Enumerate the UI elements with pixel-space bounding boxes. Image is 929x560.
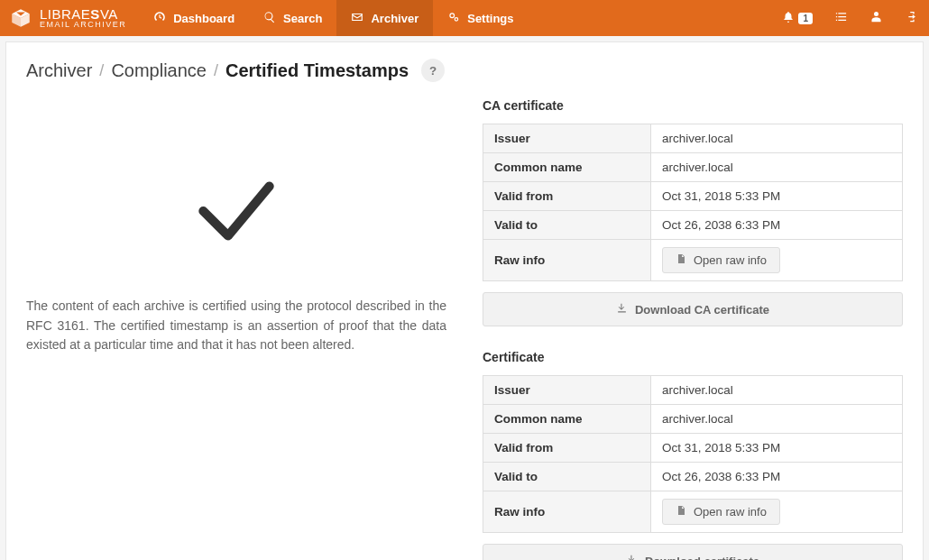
download-icon	[626, 554, 638, 560]
cert-open-raw-button[interactable]: Open raw info	[662, 499, 780, 525]
ca-table: Issuer archiver.local Common name archiv…	[483, 124, 903, 281]
download-ca-button[interactable]: Download CA certificate	[483, 292, 903, 326]
ca-from-label: Valid from	[483, 182, 651, 211]
ca-raw-label: Raw info	[483, 240, 651, 281]
user-icon	[869, 10, 883, 26]
download-icon	[616, 302, 628, 317]
crumb-archiver[interactable]: Archiver	[26, 60, 92, 81]
dashboard-icon	[153, 11, 166, 26]
nav-search-label: Search	[283, 12, 322, 25]
tasks-icon	[834, 10, 848, 26]
nav-items: Dashboard Search Archiver Settings	[139, 0, 528, 36]
ca-issuer-value: archiver.local	[651, 124, 903, 153]
file-icon	[676, 253, 686, 267]
cert-open-raw-label: Open raw info	[694, 505, 767, 519]
ca-cn-value: archiver.local	[651, 153, 903, 182]
ca-to-value: Oct 26, 2038 6:33 PM	[651, 211, 903, 240]
brand-text: LIBRAESVA EMAIL ARCHIVER	[40, 7, 126, 29]
user-button[interactable]	[859, 0, 894, 36]
crumb-compliance[interactable]: Compliance	[111, 60, 207, 81]
brand[interactable]: LIBRAESVA EMAIL ARCHIVER	[0, 0, 139, 36]
search-icon	[263, 11, 276, 26]
ca-from-value: Oct 31, 2018 5:33 PM	[651, 182, 903, 211]
cert-cn-label: Common name	[483, 405, 651, 434]
cert-table: Issuer archiver.local Common name archiv…	[483, 375, 903, 533]
help-button[interactable]: ?	[421, 59, 445, 82]
breadcrumb: Archiver / Compliance / Certified Timest…	[26, 59, 903, 82]
ca-cn-label: Common name	[483, 153, 651, 182]
nav-settings[interactable]: Settings	[433, 0, 528, 36]
navbar: LIBRAESVA EMAIL ARCHIVER Dashboard Searc…	[0, 0, 929, 36]
box-mail-icon	[9, 6, 32, 30]
description-text: The content of each archive is certified…	[26, 297, 446, 355]
crumb-sep: /	[99, 61, 104, 80]
envelope-icon	[351, 11, 363, 26]
cert-cn-value: archiver.local	[651, 405, 903, 434]
crumb-sep: /	[214, 61, 218, 80]
nav-right: 1	[771, 0, 929, 36]
cert-from-label: Valid from	[483, 434, 651, 463]
page: Archiver / Compliance / Certified Timest…	[5, 41, 924, 560]
file-icon	[676, 505, 686, 519]
tasks-button[interactable]	[823, 0, 859, 36]
nav-settings-label: Settings	[467, 12, 513, 25]
cert-issuer-label: Issuer	[483, 376, 651, 405]
cert-raw-label: Raw info	[483, 491, 651, 533]
ca-to-label: Valid to	[483, 211, 651, 240]
cert-to-label: Valid to	[483, 463, 651, 491]
cert-to-value: Oct 26, 2038 6:33 PM	[651, 463, 903, 491]
nav-dashboard-label: Dashboard	[173, 12, 235, 25]
ca-open-raw-button[interactable]: Open raw info	[662, 247, 780, 273]
bell-icon	[782, 11, 795, 26]
cert-title: Certificate	[483, 350, 903, 364]
content: The content of each archive is certified…	[26, 98, 903, 560]
check-icon	[187, 161, 286, 261]
download-ca-label: Download CA certificate	[635, 303, 769, 317]
ca-title: CA certificate	[483, 98, 903, 113]
ca-issuer-label: Issuer	[483, 124, 651, 153]
download-cert-label: Download certificate	[645, 555, 759, 561]
ca-open-raw-label: Open raw info	[694, 253, 767, 267]
cert-from-value: Oct 31, 2018 5:33 PM	[651, 434, 903, 463]
gears-icon	[447, 11, 460, 26]
nav-dashboard[interactable]: Dashboard	[139, 0, 249, 36]
nav-archiver[interactable]: Archiver	[336, 0, 433, 36]
checkmark-graphic	[26, 98, 446, 297]
download-cert-button[interactable]: Download certificate	[483, 544, 903, 560]
notif-count: 1	[798, 13, 813, 24]
logout-button[interactable]	[894, 0, 929, 36]
nav-archiver-label: Archiver	[371, 12, 419, 25]
right-pane: CA certificate Issuer archiver.local Com…	[483, 98, 903, 560]
crumb-current: Certified Timestamps	[225, 60, 409, 81]
left-pane: The content of each archive is certified…	[26, 98, 455, 560]
nav-search[interactable]: Search	[249, 0, 336, 36]
notifications-button[interactable]: 1	[771, 0, 823, 36]
logout-icon	[905, 10, 918, 26]
cert-issuer-value: archiver.local	[651, 376, 903, 405]
